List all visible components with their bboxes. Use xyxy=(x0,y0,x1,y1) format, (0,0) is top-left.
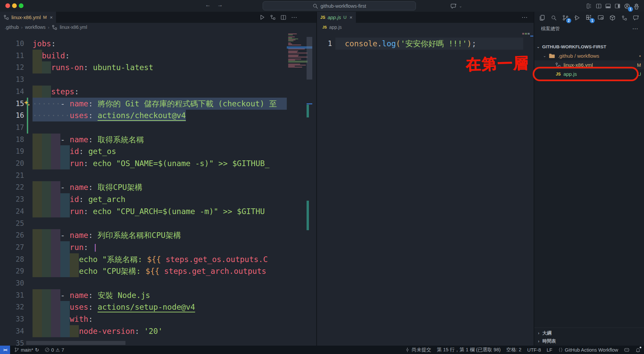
bell-item[interactable] xyxy=(635,347,641,353)
line-number: 30 xyxy=(0,277,24,289)
panel-icon[interactable] xyxy=(604,2,612,10)
status-label: 空格: 2 xyxy=(506,347,522,353)
package-icon[interactable] xyxy=(609,14,616,21)
code-line: 17 xyxy=(0,121,316,134)
section-outline[interactable]: › 大綱 xyxy=(534,328,644,338)
status-item[interactable]: UTF-8 xyxy=(527,347,541,353)
title-bar: ← → github-workflows-first ⌄ 1 xyxy=(0,0,644,12)
git-status-badge: ● xyxy=(639,54,641,58)
minimap-line xyxy=(288,49,305,49)
breadcrumb-item[interactable]: app.js xyxy=(329,24,341,30)
tab-linux-x86-yml[interactable]: linux-x86.yml M × xyxy=(0,12,56,23)
js-editor[interactable]: 1 console.log('安安你好嗎 !!!'); xyxy=(317,32,534,346)
breadcrumb[interactable]: JSapp.js xyxy=(317,23,534,32)
code-line: 32 uses: actions/setup-node@v4 xyxy=(0,301,316,313)
code-line: 11 build: xyxy=(0,50,316,62)
modified-badge: M xyxy=(43,15,47,20)
minimap-line xyxy=(288,65,306,65)
commit-item[interactable]: 尚未提交 xyxy=(405,347,431,353)
line-number: 34 xyxy=(0,325,24,337)
divider xyxy=(534,327,644,328)
search-text: github-workflows-first xyxy=(320,3,366,9)
scrollbar-thumb[interactable] xyxy=(307,37,312,80)
command-center-search[interactable]: github-workflows-first xyxy=(263,1,416,10)
overview-selection-mark xyxy=(307,201,309,230)
line-number: 24 xyxy=(0,205,24,217)
code-line: 33 with: xyxy=(0,313,316,325)
split-editor-icon[interactable] xyxy=(595,2,603,10)
badge: 1 xyxy=(590,18,595,23)
line-number: 29 xyxy=(0,265,24,277)
source-control-icon[interactable]: 2 xyxy=(562,14,569,21)
git-branch-item[interactable]: main* ↻ xyxy=(14,347,39,353)
editor-group-divider[interactable] xyxy=(316,12,317,346)
chat-icon[interactable] xyxy=(632,14,640,21)
minimize-window-button[interactable] xyxy=(12,3,17,8)
breadcrumb-item[interactable]: workflows xyxy=(25,24,45,30)
more-icon[interactable] xyxy=(291,14,297,20)
code-line: 23 id: get_arch xyxy=(0,193,316,205)
files-icon[interactable] xyxy=(538,14,546,21)
folder-github-workflows[interactable]: ⌄.github / workflows● xyxy=(534,51,644,60)
line-number: 28 xyxy=(0,253,24,265)
workflow-icon[interactable] xyxy=(621,14,628,21)
code-line: 30 xyxy=(0,277,316,289)
chevron-down-icon[interactable]: ⌄ xyxy=(458,2,463,10)
live-preview-icon[interactable] xyxy=(597,14,604,21)
close-tab-icon[interactable]: × xyxy=(350,14,353,20)
breadcrumb[interactable]: .github›workflows›linux-x86.yml xyxy=(0,23,316,32)
annotation-oval xyxy=(533,67,639,81)
braces-item[interactable]: GitHub Actions Workflow xyxy=(558,347,618,353)
line-number: 27 xyxy=(0,241,24,253)
extensions-icon[interactable]: 1 xyxy=(585,14,593,21)
zoom-window-button[interactable] xyxy=(19,3,23,8)
status-item[interactable]: LF xyxy=(547,347,552,353)
debug-icon[interactable] xyxy=(574,14,581,21)
settings-icon[interactable] xyxy=(632,2,640,10)
copilot-menu-icon[interactable] xyxy=(449,2,458,10)
section-timeline[interactable]: › 時間表 xyxy=(534,337,644,346)
workflow-icon[interactable] xyxy=(270,14,276,20)
code-line: 24 run: echo "CPU_ARCH=$(uname -m)" >> $… xyxy=(0,205,316,217)
line-number: 25 xyxy=(0,217,24,230)
layout-grid-icon[interactable] xyxy=(585,2,593,10)
breadcrumb-item[interactable]: .github xyxy=(5,24,19,30)
secondary-sidebar-icon[interactable] xyxy=(613,2,622,10)
tab-app-js[interactable]: JS app.js U × xyxy=(317,12,356,23)
search-icon xyxy=(312,3,318,9)
editor-actions-more[interactable] xyxy=(522,12,528,23)
line-number: 10 xyxy=(0,38,24,50)
close-tab-icon[interactable]: × xyxy=(50,14,53,20)
code-line: 18 - name: 取得系統名稱 xyxy=(0,134,316,146)
minimap-line xyxy=(288,53,308,53)
tab-label: app.js xyxy=(328,14,341,20)
problems-item[interactable]: 0 ⚠ 7 xyxy=(45,347,64,353)
remote-indicator[interactable]: >< xyxy=(0,346,10,354)
minimap-line xyxy=(288,43,291,43)
status-item[interactable]: 第 15 行，第 1 欄 (已選取 98) xyxy=(437,347,500,353)
more-icon[interactable]: ⋯ xyxy=(632,25,638,32)
line-number: 32 xyxy=(0,301,24,313)
explorer-section-header[interactable]: ⌄ GITHUB-WORKFLOWS-FIRST xyxy=(534,42,644,51)
horizontal-scrollbar-thumb[interactable] xyxy=(26,341,125,345)
code-line: 27 run: | xyxy=(0,241,316,253)
back-icon[interactable]: ← xyxy=(204,2,212,8)
code-line: 15······- name: 將你的 Git 儲存庫的程式碼下載 (check… xyxy=(0,98,316,110)
line-number: 22 xyxy=(0,181,24,193)
js-icon: JS xyxy=(320,15,325,20)
split-editor-icon[interactable] xyxy=(280,14,286,20)
search-icon[interactable] xyxy=(550,14,557,21)
forward-icon[interactable]: → xyxy=(216,2,224,8)
account-icon[interactable]: 1 xyxy=(623,2,631,10)
yaml-editor[interactable]: 10jobs:11 build:12 runs-on: ubuntu-lates… xyxy=(0,32,316,346)
code-line: 28 echo "系統名稱: ${{ steps.get_os.outputs.… xyxy=(0,253,316,265)
close-window-button[interactable] xyxy=(5,3,10,8)
sync-icon[interactable]: ↻ xyxy=(35,347,39,353)
copilot-item[interactable] xyxy=(624,347,630,353)
copilot-sparkle-icon[interactable] xyxy=(23,100,31,107)
status-item[interactable]: 空格: 2 xyxy=(506,347,522,353)
code-line: 20 run: echo "OS_NAME=$(uname -s)" >> $G… xyxy=(0,157,316,169)
breadcrumb-item[interactable]: linux-x86.yml xyxy=(60,24,87,30)
braces-icon xyxy=(558,347,563,352)
run-icon[interactable] xyxy=(259,14,265,20)
